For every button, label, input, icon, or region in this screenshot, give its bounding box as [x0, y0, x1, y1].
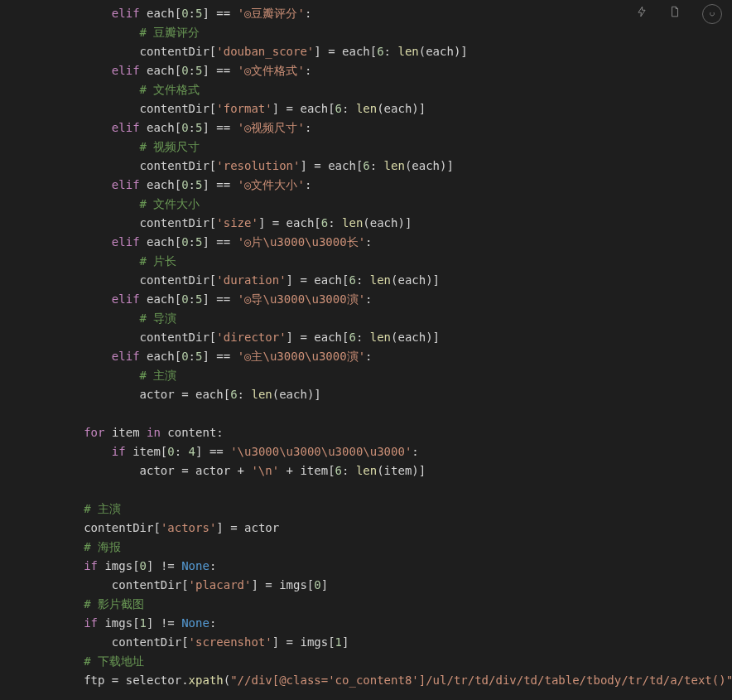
code-comment: # 豆瓣评分 — [140, 26, 200, 39]
code-text: contentDir[ — [112, 635, 189, 649]
code-text: ] = each[ — [300, 159, 363, 172]
code-text: item — [104, 426, 147, 439]
code-string: 'douban_score' — [216, 45, 314, 58]
code-text: contentDir[ — [140, 273, 217, 287]
code-number: 6 — [377, 45, 383, 58]
lightning-icon[interactable] — [636, 5, 648, 24]
code-text: (each)] — [405, 159, 454, 172]
code-text: : — [370, 159, 384, 172]
code-text: : — [305, 64, 311, 77]
code-text: each[ — [147, 350, 181, 363]
keyword-elif: elif — [112, 7, 140, 20]
code-number: 0 — [181, 64, 188, 77]
code-text: (each)] — [363, 216, 412, 229]
code-text: : — [189, 7, 195, 20]
code-number: 6 — [335, 102, 342, 115]
code-number: 0 — [181, 350, 188, 363]
code-text: ( — [224, 673, 230, 687]
code-number: 0 — [314, 578, 320, 591]
code-number: 1 — [335, 635, 342, 649]
code-string: '◎主\u3000\u3000演' — [238, 350, 365, 363]
code-number: 0 — [181, 7, 188, 20]
code-text: : — [328, 216, 342, 229]
code-number: 6 — [230, 388, 237, 401]
code-text: + item[ — [279, 464, 335, 477]
code-text: : — [209, 616, 216, 630]
code-comment: # 海报 — [84, 540, 121, 553]
code-text: : — [189, 292, 195, 306]
code-text: : — [189, 350, 195, 363]
code-function: len — [370, 331, 391, 344]
code-text: : — [305, 7, 311, 20]
code-text: ftp = selector. — [84, 673, 188, 687]
code-text: (each)] — [419, 45, 468, 58]
code-number: 0 — [181, 178, 188, 191]
code-string: '\u3000\u3000\u3000\u3000' — [230, 445, 412, 458]
code-string: '◎文件大小' — [238, 178, 305, 191]
code-string: '◎豆瓣评分' — [238, 7, 305, 20]
code-comment: # 影片截图 — [84, 597, 144, 611]
code-number: 0 — [181, 292, 188, 306]
keyword-elif: elif — [112, 350, 140, 363]
code-function: len — [370, 273, 391, 287]
code-text: : — [365, 350, 372, 363]
code-text: ] == — [202, 178, 237, 191]
code-text: ] == — [202, 292, 237, 306]
code-number: 0 — [167, 445, 174, 458]
code-text: contentDir[ — [140, 331, 217, 344]
code-text: (item)] — [377, 464, 426, 477]
code-function: len — [342, 216, 363, 229]
code-text: ] = each[ — [258, 216, 321, 229]
code-number: 0 — [181, 121, 188, 134]
code-number: 4 — [189, 445, 195, 458]
circle-icon[interactable] — [702, 4, 722, 24]
code-text: : — [189, 64, 195, 77]
code-comment: # 文件格式 — [140, 83, 200, 96]
code-editor[interactable]: elif each[0:5] == '◎豆瓣评分': # 豆瓣评分 conten… — [0, 0, 732, 690]
code-text: : — [305, 178, 311, 191]
keyword-if: if — [84, 616, 98, 630]
code-text: ] — [321, 578, 328, 591]
code-text: ] = each[ — [287, 273, 349, 287]
code-text: imgs[ — [98, 616, 140, 630]
code-number: 0 — [181, 235, 188, 249]
code-string: 'actors' — [161, 521, 216, 534]
code-text: (each)] — [377, 102, 426, 115]
code-comment: # 主演 — [140, 369, 177, 382]
keyword-in: in — [147, 426, 161, 439]
code-text: : — [412, 445, 418, 458]
file-icon[interactable] — [669, 5, 681, 24]
code-string: '◎导\u3000\u3000演' — [238, 292, 365, 306]
code-text: each[ — [147, 64, 181, 77]
code-text: contentDir[ — [140, 159, 217, 172]
code-text: : — [356, 273, 370, 287]
code-text: ] = imgs[ — [272, 635, 335, 649]
code-number: 6 — [335, 464, 342, 477]
code-number: 6 — [363, 159, 369, 172]
code-text: ] != — [147, 559, 181, 572]
code-text: (each)] — [391, 331, 440, 344]
code-text: ] == — [202, 121, 237, 134]
code-text: ] == — [202, 7, 237, 20]
code-text: : — [209, 559, 216, 572]
code-comment: # 主演 — [84, 502, 121, 515]
code-string: "//div[@class='co_content8']/ul/tr/td/di… — [230, 673, 732, 687]
code-text: ] = each[ — [287, 331, 349, 344]
code-comment: # 下载地址 — [84, 654, 144, 668]
code-text: ] = imgs[ — [251, 578, 314, 591]
code-text: ] == — [202, 350, 237, 363]
code-text: : — [175, 445, 189, 458]
code-function: len — [384, 159, 405, 172]
code-text: item[ — [126, 445, 168, 458]
keyword-elif: elif — [112, 121, 140, 134]
code-text: actor = actor + — [140, 464, 252, 477]
code-text: ] = actor — [216, 521, 279, 534]
code-text: : — [365, 292, 372, 306]
code-text: content: — [161, 426, 224, 439]
code-text: ] == — [202, 64, 237, 77]
code-text: contentDir[ — [84, 521, 161, 534]
code-string: 'duration' — [216, 273, 286, 287]
code-number: 6 — [321, 216, 328, 229]
code-function: len — [251, 388, 272, 401]
code-text: : — [365, 235, 372, 249]
